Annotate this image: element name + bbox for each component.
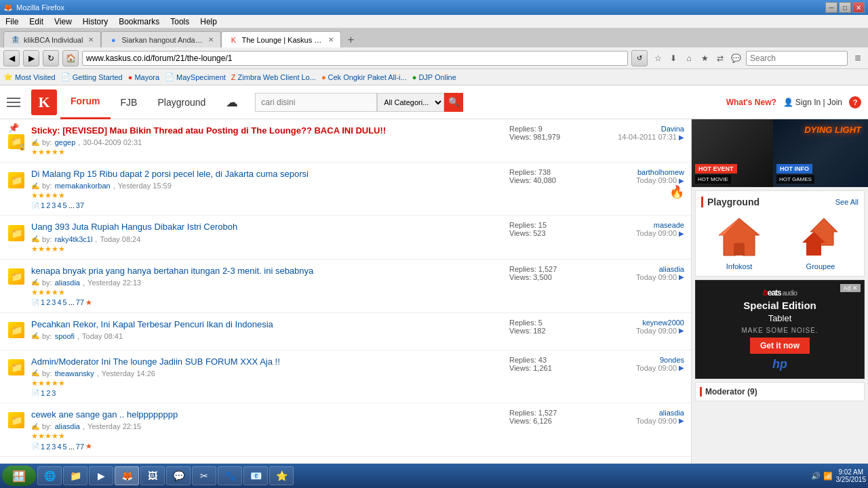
page-link[interactable]: 2 [46,443,50,451]
playground-item-groupee[interactable]: Groupee [783,213,859,270]
new-tab-button[interactable]: + [342,33,359,47]
page-link[interactable]: 5 [63,298,67,306]
search-submit-button[interactable]: 🔍 [444,93,463,112]
network-icon[interactable]: 📶 [823,472,833,481]
close-button[interactable]: ✕ [852,2,865,13]
taskbar-item-skype[interactable]: 💬 [166,466,191,485]
menu-tools[interactable]: Tools [168,17,191,26]
sync-icon[interactable]: ⇄ [713,52,727,65]
tab-1[interactable]: ● Siarkan hangout Anda ke s... ✕ [101,31,221,47]
menu-history[interactable]: History [81,17,110,26]
bookmark-most-visited[interactable]: ⭐ Most Visited [3,73,56,81]
download-icon[interactable]: ⬇ [667,52,680,65]
last-author-name[interactable]: 9ondes [596,356,684,364]
url-bar[interactable] [82,51,628,66]
tab-close-1[interactable]: ✕ [208,36,214,43]
last-post-arrow[interactable]: ▶ [679,417,684,424]
page-link[interactable]: 4 [57,298,61,306]
thread-author-name[interactable]: gegep [55,138,76,146]
page-link[interactable]: 77 [76,298,84,306]
reload-button[interactable]: ↻ [43,50,59,66]
page-link[interactable]: 2 [46,201,50,209]
last-post-arrow[interactable]: ▶ [679,273,684,281]
menu-icon[interactable]: ≡ [851,52,865,65]
home-icon[interactable]: ⌂ [682,52,696,65]
tab-2[interactable]: K The Lounge | Kaskus - The ... ✕ [221,31,341,47]
tab-0[interactable]: 🏦 klikBCA Individual ✕ [3,31,101,47]
kaskus-logo[interactable]: K [31,89,57,115]
minimize-button[interactable]: ─ [825,2,837,13]
taskbar-item-photos[interactable]: 🖼 [140,466,165,485]
maximize-button[interactable]: □ [839,2,851,13]
bookmark-djp[interactable]: ● DJP Online [412,73,456,81]
bookmark-star-icon[interactable]: ☆ [651,52,665,65]
last-post-arrow[interactable]: ▶ [679,134,684,141]
thread-author-name[interactable]: raky4tk3c1l [55,235,93,243]
page-link[interactable]: 3 [52,298,56,306]
ad-get-it-now-button[interactable]: Get it now [750,338,810,354]
last-author-name[interactable]: bartholhomew [637,168,684,176]
bookmark-mayspeciment[interactable]: 📄 MaySpeciment [165,73,226,81]
last-author-name[interactable]: Davina [596,125,684,133]
nav-weather-icon[interactable]: ☁ [216,85,248,119]
page-link[interactable]: 3 [52,201,56,209]
thread-title[interactable]: Di Malang Rp 15 Ribu dapat 2 porsi pecel… [31,168,504,180]
last-author-name[interactable]: aliasdia [596,265,684,273]
whats-new-link[interactable]: What's New? [726,98,776,107]
page-link[interactable]: 77 [76,443,84,451]
page-link[interactable]: 37 [76,201,84,209]
page-link[interactable]: 5 [63,201,67,209]
bookmark-zimbra[interactable]: Z Zimbra Web Client Lo... [231,73,316,81]
see-all-link[interactable]: See All [835,198,859,206]
nav-fjb[interactable]: FJB [111,85,148,119]
last-author-name[interactable]: keynew2000 [596,319,684,327]
bookmark-mayora[interactable]: ● Mayora [128,73,159,81]
chat-icon[interactable]: 💬 [729,52,743,65]
last-author-name[interactable]: maseade [596,221,684,229]
thread-title[interactable]: Admin/Moderator Ini The lounge Jadiin SU… [31,356,504,368]
menu-bookmarks[interactable]: Bookmarks [117,17,161,26]
page-link[interactable]: 5 [63,443,67,451]
page-link[interactable]: 3 [52,443,56,451]
last-post-arrow[interactable]: ▶ [679,230,684,237]
page-link[interactable]: 4 [57,443,61,451]
help-button[interactable]: ? [849,96,861,108]
menu-file[interactable]: File [3,17,20,26]
last-post-arrow[interactable]: ▶ [679,177,684,184]
search-input[interactable] [746,51,848,66]
taskbar-item-ie[interactable]: 🌐 [37,466,62,485]
hamburger-menu[interactable] [7,93,26,112]
last-post-arrow[interactable]: ▶ [679,364,684,371]
volume-icon[interactable]: 🔊 [811,472,821,481]
playground-item-infokost[interactable]: Infokost [701,213,777,270]
page-link[interactable]: 1 [41,298,45,306]
taskbar-item-explorer[interactable]: 📁 [63,466,87,485]
taskbar-item-firefox[interactable]: 🦊 [115,466,139,485]
menu-view[interactable]: View [52,17,74,26]
back-button[interactable]: ◀ [3,50,20,66]
page-link[interactable]: 1 [41,201,45,209]
tab-close-0[interactable]: ✕ [88,36,94,43]
thread-author-name[interactable]: aliasdia [55,279,80,287]
bookmark-getting-started[interactable]: 📄 Getting Started [61,73,123,81]
nav-playground[interactable]: Playground [147,85,216,119]
page-link[interactable]: 4 [57,201,61,209]
taskbar-item-mail[interactable]: 📧 [243,466,268,485]
menu-edit[interactable]: Edit [27,17,45,26]
taskbar-item-star[interactable]: ⭐ [269,466,294,485]
category-select[interactable]: All Categori... [377,93,444,112]
thread-title[interactable]: cewek ane sange gan .. helpppppppp [31,409,504,421]
system-clock[interactable]: 9:02 AM 3/25/2015 [836,468,867,483]
page-link[interactable]: 1 [41,389,45,397]
page-link[interactable]: 3 [52,389,56,397]
kaskus-search-input[interactable] [255,93,377,112]
taskbar-item-edit[interactable]: ✂ [192,466,216,485]
last-post-arrow[interactable]: ▶ [679,327,684,334]
ad-badge[interactable]: Ad ✕ [840,284,861,292]
taskbar-item-paw[interactable]: 🐾 [218,466,242,485]
thread-title[interactable]: Uang 393 Juta Rupiah Hangus Dibakar Istr… [31,221,504,233]
page-link[interactable]: 2 [46,298,50,306]
thread-title[interactable]: Sticky: [REVISED] Mau Bikin Thread atau … [31,125,504,137]
thread-author-name[interactable]: memakankorban [55,182,111,190]
thread-title[interactable]: Pecahkan Rekor, Ini Kapal Terbesar Pencu… [31,319,504,331]
